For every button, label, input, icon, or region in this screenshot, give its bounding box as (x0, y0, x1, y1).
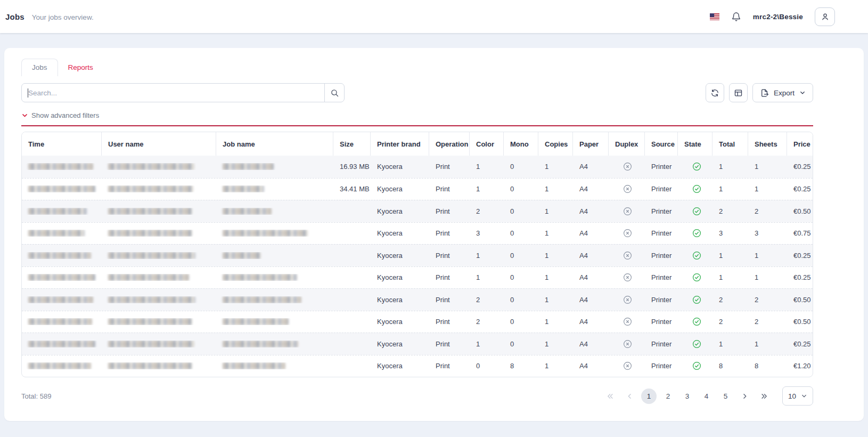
cell-operation: Print (429, 318, 470, 326)
cell-price: €0.50 (787, 207, 813, 215)
export-button-label: Export (774, 89, 795, 97)
cell-sheets: 8 (748, 362, 787, 370)
table-row[interactable]: KyoceraPrint101A4Printer11€0.25 (22, 333, 813, 355)
column-header-sheets: Sheets (748, 132, 787, 156)
cell-operation: Print (429, 185, 470, 193)
table-row[interactable]: KyoceraPrint201A4Printer22€0.50 (22, 311, 813, 333)
advanced-filters-label: Show advanced filters (31, 111, 99, 119)
next-page-button[interactable] (737, 389, 752, 404)
cell-job (216, 230, 333, 237)
last-page-button[interactable] (756, 389, 772, 404)
cell-total: 1 (713, 273, 748, 281)
page-button-2[interactable]: 2 (660, 389, 676, 404)
table-row[interactable]: 16.93 MBKyoceraPrint101A4Printer11€0.25 (22, 156, 813, 178)
redacted-job (223, 252, 261, 259)
cell-copies: 1 (538, 229, 573, 237)
page-button-1[interactable]: 1 (641, 389, 657, 404)
cell-job (216, 274, 333, 281)
previous-page-button[interactable] (622, 389, 637, 404)
cell-operation: Print (429, 362, 470, 370)
cell-operation: Print (429, 163, 470, 171)
content-card: Jobs Reports (4, 48, 864, 421)
cell-time (22, 230, 102, 237)
cell-color: 2 (470, 318, 504, 326)
table-row[interactable]: KyoceraPrint301A4Printer33€0.75 (22, 222, 813, 245)
redacted-user (108, 362, 192, 369)
redacted-job (223, 208, 272, 215)
table-row[interactable]: KyoceraPrint201A4Printer22€0.50 (22, 288, 813, 311)
cell-printer_brand: Kyocera (371, 207, 429, 215)
first-page-button[interactable] (603, 389, 618, 404)
cell-total: 1 (713, 163, 748, 171)
tab-jobs[interactable]: Jobs (21, 59, 58, 76)
cell-price: €0.25 (787, 252, 813, 260)
table-row[interactable]: KyoceraPrint201A4Printer22€0.50 (22, 200, 813, 222)
cell-color: 0 (470, 362, 504, 370)
refresh-button[interactable] (706, 83, 724, 102)
cell-copies: 1 (538, 318, 573, 326)
cell-total: 3 (713, 229, 748, 237)
language-flag-us-icon[interactable] (710, 13, 719, 20)
cell-job (216, 252, 333, 259)
page-button-3[interactable]: 3 (679, 389, 695, 404)
notifications-bell-icon[interactable] (731, 12, 741, 22)
user-menu-button[interactable] (815, 7, 835, 26)
column-header-state: State (678, 132, 713, 156)
cell-size: 34.41 MB (333, 185, 371, 193)
redacted-user (108, 318, 192, 325)
table-row[interactable]: KyoceraPrint101A4Printer11€0.25 (22, 244, 813, 266)
table-row[interactable]: KyoceraPrint081A4Printer88€1.20 (22, 355, 813, 377)
cell-time (22, 252, 102, 259)
cell-duplex (609, 207, 645, 216)
page-title: Jobs (5, 12, 24, 21)
cell-state (678, 317, 713, 326)
cell-source: Printer (645, 252, 678, 260)
duplex-off-icon (623, 162, 632, 171)
table-row[interactable]: 34.41 MBKyoceraPrint101A4Printer11€0.25 (22, 178, 813, 200)
cell-copies: 1 (538, 163, 573, 171)
cell-copies: 1 (538, 185, 573, 193)
column-settings-button[interactable] (729, 83, 748, 102)
page-button-4[interactable]: 4 (699, 389, 714, 404)
cell-printer_brand: Kyocera (371, 252, 429, 260)
cell-total: 2 (713, 207, 748, 215)
filters-divider (21, 125, 813, 126)
search-box (21, 83, 345, 102)
search-button[interactable] (324, 84, 344, 102)
advanced-filters-toggle[interactable]: Show advanced filters (21, 111, 99, 119)
state-completed-icon (692, 251, 701, 260)
redacted-user (108, 341, 194, 347)
total-count: Total: 589 (21, 392, 51, 400)
cell-mono: 8 (504, 362, 538, 370)
cell-size: 16.93 MB (333, 163, 371, 171)
duplex-off-icon (623, 229, 632, 238)
cell-paper: A4 (573, 340, 609, 348)
table-row[interactable]: KyoceraPrint101A4Printer11€0.25 (22, 266, 813, 289)
cell-printer_brand: Kyocera (371, 229, 429, 237)
chevron-down-icon (799, 90, 806, 96)
redacted-job (223, 318, 289, 325)
search-input[interactable] (22, 84, 324, 102)
cell-user (102, 163, 216, 170)
table-columns-icon (734, 88, 743, 98)
cell-paper: A4 (573, 362, 609, 370)
redacted-job (223, 274, 297, 281)
cell-user (102, 252, 216, 259)
tab-reports[interactable]: Reports (58, 59, 103, 76)
cell-sheets: 1 (748, 163, 787, 171)
cell-printer_brand: Kyocera (371, 318, 429, 326)
export-button[interactable]: Export (752, 83, 813, 102)
page-subtitle: Your jobs overview. (32, 13, 94, 21)
cell-operation: Print (429, 273, 470, 281)
header-actions: mrc2-2\Bessie (710, 7, 835, 26)
cell-sheets: 3 (748, 229, 787, 237)
cell-duplex (609, 273, 645, 282)
cell-duplex (609, 361, 645, 370)
page-button-5[interactable]: 5 (718, 389, 733, 404)
cell-state (678, 251, 713, 260)
page-size-select[interactable]: 10 (782, 386, 813, 406)
cell-time (22, 318, 102, 325)
cell-price: €0.25 (787, 340, 813, 348)
cell-mono: 0 (504, 252, 538, 260)
cell-duplex (609, 317, 645, 326)
